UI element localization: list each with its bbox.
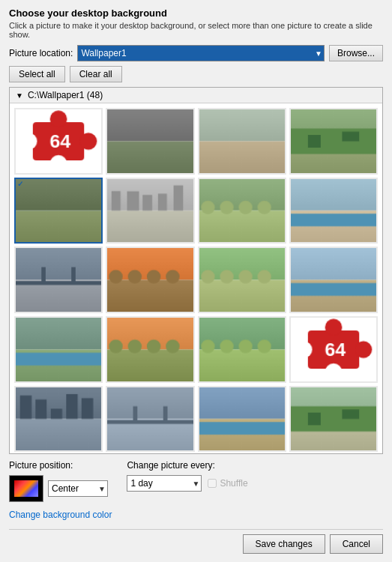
thumbnail-item[interactable] <box>106 108 194 175</box>
save-changes-button[interactable]: Save changes <box>243 534 325 554</box>
thumbnail-item[interactable] <box>14 316 103 383</box>
thumbnail-canvas <box>291 318 376 381</box>
position-select-wrapper: Center Fill Fit Stretch Tile ▼ <box>48 480 108 497</box>
thumbnail-canvas <box>16 318 101 381</box>
thumbnail-canvas <box>291 179 376 243</box>
thumbnail-item[interactable] <box>198 178 286 244</box>
position-preview-box <box>9 475 43 502</box>
location-select[interactable]: Wallpaper1 <box>77 45 325 61</box>
thumbnail-item[interactable] <box>289 108 378 175</box>
thumbnail-canvas <box>107 248 193 312</box>
page-title: Choose your desktop background <box>9 7 383 19</box>
thumbnail-item[interactable] <box>106 178 194 244</box>
thumbnail-canvas <box>16 248 101 312</box>
panel-header-text: C:\Wallpaper1 (48) <box>28 90 103 100</box>
change-bg-color-link[interactable]: Change background color <box>9 510 112 520</box>
thumbnail-canvas <box>199 179 285 243</box>
picture-location-row: Picture location: Wallpaper1 ▼ Browse... <box>9 45 383 61</box>
thumbnail-item[interactable] <box>198 386 286 453</box>
thumbnail-canvas <box>199 387 285 451</box>
thumbnail-canvas <box>291 109 376 173</box>
thumbnail-item[interactable] <box>14 247 103 313</box>
thumbnail-item[interactable] <box>14 178 103 244</box>
thumbnail-item[interactable] <box>289 178 378 244</box>
thumbnail-item[interactable] <box>106 386 194 453</box>
thumbnail-canvas <box>16 109 101 173</box>
wallpaper-panel: ▼ C:\Wallpaper1 (48) <box>9 87 383 454</box>
thumbnail-item[interactable] <box>198 108 286 175</box>
interval-select-wrapper: 10 seconds 30 seconds 1 minute 10 minute… <box>127 475 202 492</box>
interval-select[interactable]: 10 seconds 30 seconds 1 minute 10 minute… <box>127 475 202 492</box>
page-subtitle: Click a picture to make it your desktop … <box>9 21 383 39</box>
change-picture-section: Change picture every: 10 seconds 30 seco… <box>127 460 247 492</box>
thumbnail-canvas <box>199 109 285 173</box>
thumbnail-item[interactable] <box>198 316 286 383</box>
cancel-button[interactable]: Cancel <box>330 534 383 554</box>
thumbnail-item[interactable] <box>106 247 194 313</box>
thumbnail-item[interactable] <box>198 247 286 313</box>
thumbnail-canvas <box>16 179 101 243</box>
thumbnail-item[interactable] <box>289 247 378 313</box>
thumbnail-canvas <box>107 109 193 173</box>
position-select[interactable]: Center Fill Fit Stretch Tile <box>48 480 108 497</box>
thumbnail-item[interactable] <box>14 386 103 453</box>
shuffle-label: Shuffle <box>220 478 247 489</box>
thumbnail-item[interactable] <box>14 108 103 175</box>
thumbnail-item[interactable] <box>106 316 194 383</box>
select-all-button[interactable]: Select all <box>9 66 65 82</box>
position-preview-row: Center Fill Fit Stretch Tile ▼ <box>9 475 112 502</box>
collapse-icon: ▼ <box>16 91 23 100</box>
thumbnail-canvas <box>291 387 376 451</box>
clear-all-button[interactable]: Clear all <box>70 66 122 82</box>
change-row: 10 seconds 30 seconds 1 minute 10 minute… <box>127 475 247 492</box>
thumbnail-canvas <box>107 318 193 381</box>
thumbnail-item[interactable] <box>289 316 378 383</box>
position-preview-inner <box>14 480 38 497</box>
thumbnail-item[interactable] <box>289 386 378 453</box>
change-picture-label: Change picture every: <box>127 460 247 471</box>
location-select-wrapper: Wallpaper1 ▼ <box>77 45 325 61</box>
footer-buttons: Save changes Cancel <box>9 529 383 554</box>
browse-button[interactable]: Browse... <box>329 45 383 61</box>
thumbnail-canvas <box>199 248 285 312</box>
thumbnail-canvas <box>291 248 376 312</box>
picture-position-label: Picture position: <box>9 460 112 471</box>
panel-header: ▼ C:\Wallpaper1 (48) <box>10 88 382 103</box>
thumbnail-canvas <box>199 318 285 381</box>
bottom-section: Picture position: Center Fill Fit Stretc… <box>9 460 383 520</box>
shuffle-checkbox[interactable] <box>208 479 217 488</box>
thumbnail-canvas <box>107 179 193 243</box>
shuffle-row: Shuffle <box>208 478 247 489</box>
picture-position-section: Picture position: Center Fill Fit Stretc… <box>9 460 112 520</box>
thumbnail-canvas <box>16 387 101 451</box>
thumbnails-scroll[interactable] <box>10 103 382 454</box>
select-clear-row: Select all Clear all <box>9 66 383 82</box>
thumbnails-grid <box>14 108 378 454</box>
picture-location-label: Picture location: <box>9 48 73 58</box>
thumbnail-canvas <box>107 387 193 451</box>
